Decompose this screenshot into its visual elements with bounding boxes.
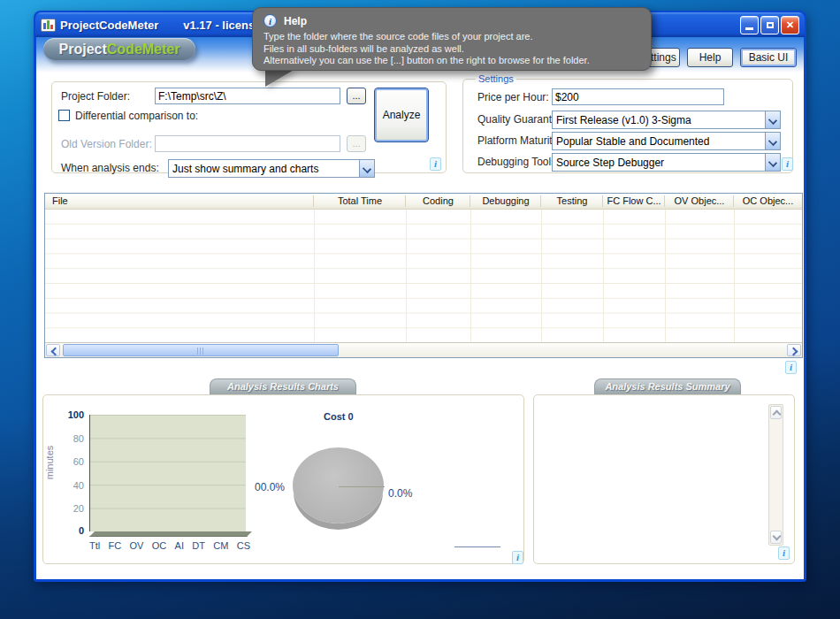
scroll-right-icon[interactable] bbox=[787, 344, 801, 356]
chevron-down-icon[interactable] bbox=[359, 160, 374, 177]
browse-project-folder-button[interactable]: ... bbox=[347, 88, 366, 104]
settings-group-label: Settings bbox=[476, 73, 516, 84]
minimize-button[interactable] bbox=[740, 16, 759, 34]
window-content: ProjectCodeMeter Settings Help Basic UI … bbox=[36, 37, 804, 579]
platform-maturity-combobox[interactable]: Popular Stable and Documented bbox=[552, 132, 781, 150]
ytick-40: 40 bbox=[43, 480, 84, 491]
tooltip-line: Alternatively you can use the [...] butt… bbox=[263, 55, 640, 67]
column-header-ov-objec[interactable]: OV Objec... bbox=[665, 194, 734, 209]
debugging-tools-combobox[interactable]: Source Step Debugger bbox=[552, 153, 781, 172]
ytick-0: 0 bbox=[43, 525, 84, 536]
tooltip-line: Type the folder where the source code fi… bbox=[263, 31, 640, 43]
scroll-left-icon[interactable] bbox=[46, 344, 60, 356]
desktop: { "window": { "title": "ProjectCodeMeter… bbox=[0, 0, 840, 619]
platform-maturity-value: Popular Stable and Documented bbox=[553, 135, 765, 148]
column-header-fc-flow[interactable]: FC Flow C... bbox=[603, 194, 665, 209]
column-header-coding[interactable]: Coding bbox=[406, 194, 470, 209]
tooltip-pointer bbox=[265, 69, 295, 87]
scrollbar-thumb[interactable] bbox=[63, 344, 339, 356]
price-per-hour-input[interactable] bbox=[552, 88, 724, 105]
platform-maturity-label: Platform Maturity: bbox=[477, 134, 561, 147]
column-header-oc-objec[interactable]: OC Objec... bbox=[734, 194, 802, 209]
window-title-version: v1.17 - licens bbox=[183, 19, 255, 32]
summary-info-icon[interactable]: i bbox=[778, 546, 790, 560]
ytick-80: 80 bbox=[43, 433, 84, 444]
ytick-60: 60 bbox=[43, 456, 84, 467]
when-ends-value: Just show summary and charts bbox=[169, 163, 359, 175]
scroll-up-icon[interactable] bbox=[770, 406, 782, 419]
form-info-icon[interactable]: i bbox=[430, 157, 441, 171]
old-version-folder-input bbox=[155, 135, 340, 152]
old-version-folder-label: Old Version Folder: bbox=[61, 138, 152, 150]
tab-analysis-results-charts[interactable]: Analysis Results Charts bbox=[210, 378, 356, 394]
differential-checkbox[interactable] bbox=[58, 110, 70, 121]
column-header-debugging[interactable]: Debugging bbox=[470, 194, 541, 209]
browse-old-version-button: ... bbox=[347, 135, 366, 152]
info-icon: i bbox=[263, 14, 277, 27]
price-per-hour-label: Price per Hour: bbox=[477, 91, 549, 103]
scroll-down-icon[interactable] bbox=[770, 531, 782, 544]
app-icon bbox=[41, 19, 56, 32]
horizontal-scrollbar[interactable] bbox=[45, 342, 802, 357]
differential-label[interactable]: Differential comparison to: bbox=[75, 110, 198, 122]
bar-chart-plot-area bbox=[89, 415, 246, 531]
basic-ui-button[interactable]: Basic UI bbox=[740, 48, 797, 67]
close-icon: ✕ bbox=[786, 19, 794, 30]
tab-analysis-results-summary[interactable]: Analysis Results Summary bbox=[594, 378, 741, 394]
close-button[interactable]: ✕ bbox=[781, 16, 799, 34]
settings-info-icon[interactable]: i bbox=[782, 157, 793, 171]
when-ends-label: When analysis ends: bbox=[61, 162, 159, 174]
pie-label-left: 00.0% bbox=[255, 481, 285, 493]
vertical-scrollbar[interactable] bbox=[768, 404, 783, 546]
summary-panel: i bbox=[533, 394, 795, 564]
table-info-icon[interactable]: i bbox=[785, 361, 797, 374]
app-window: ProjectCodeMeter v1.17 - licens ✕ Projec… bbox=[34, 11, 806, 582]
debugging-tools-label: Debugging Tools: bbox=[477, 156, 560, 168]
maximize-button[interactable] bbox=[760, 16, 779, 34]
when-ends-combobox[interactable]: Just show summary and charts bbox=[168, 159, 375, 178]
quality-guarantee-combobox[interactable]: First Release (v1.0) 3-Sigma bbox=[552, 111, 781, 129]
help-button[interactable]: Help bbox=[687, 48, 733, 67]
tooltip-title: Help bbox=[284, 15, 307, 27]
quality-guarantee-value: First Release (v1.0) 3-Sigma bbox=[553, 114, 765, 126]
chevron-down-icon[interactable] bbox=[765, 154, 780, 171]
pie-chart bbox=[293, 447, 384, 523]
help-tooltip: i Help Type the folder where the source … bbox=[252, 7, 652, 71]
bar-chart-base bbox=[89, 531, 252, 537]
table-body[interactable] bbox=[45, 210, 802, 343]
column-header-file[interactable]: File bbox=[45, 194, 314, 209]
chevron-down-icon[interactable] bbox=[765, 111, 780, 128]
bar-chart-xlabels: Ttl FC OV OC AI DT CM CS bbox=[89, 540, 250, 551]
column-header-testing[interactable]: Testing bbox=[541, 194, 603, 209]
charts-info-icon[interactable]: i bbox=[512, 551, 523, 564]
project-folder-label: Project Folder: bbox=[61, 90, 130, 103]
settings-groupbox: Settings Price per Hour: Quality Guarant… bbox=[462, 79, 793, 173]
maximize-icon bbox=[767, 22, 774, 28]
pie-chart-title: Cost 0 bbox=[324, 411, 354, 422]
pie-label-right: 0.0% bbox=[388, 487, 412, 500]
column-header-total-time[interactable]: Total Time bbox=[314, 194, 406, 209]
minimize-icon bbox=[745, 27, 753, 30]
summary-text bbox=[541, 402, 764, 556]
project-groupbox: Project Folder: ... Differential compari… bbox=[51, 81, 447, 173]
table-header: File Total Time Coding Debugging Testing… bbox=[45, 194, 802, 210]
ytick-20: 20 bbox=[43, 503, 84, 514]
project-folder-input[interactable] bbox=[155, 88, 340, 104]
app-logo: ProjectCodeMeter bbox=[43, 38, 195, 60]
chevron-down-icon[interactable] bbox=[765, 133, 780, 149]
tooltip-line: Files in all sub-folders will be analyze… bbox=[263, 43, 640, 56]
window-title: ProjectCodeMeter bbox=[60, 19, 158, 32]
debugging-tools-value: Source Step Debugger bbox=[553, 157, 765, 169]
ytick-100: 100 bbox=[43, 409, 84, 420]
results-table[interactable]: File Total Time Coding Debugging Testing… bbox=[44, 193, 803, 358]
analyze-button[interactable]: Analyze bbox=[374, 88, 429, 142]
pie-pointer-line bbox=[339, 486, 385, 487]
charts-panel: minutes 100 80 60 40 20 0 Ttl FC OV OC A… bbox=[42, 394, 524, 564]
legend-divider bbox=[454, 546, 500, 547]
